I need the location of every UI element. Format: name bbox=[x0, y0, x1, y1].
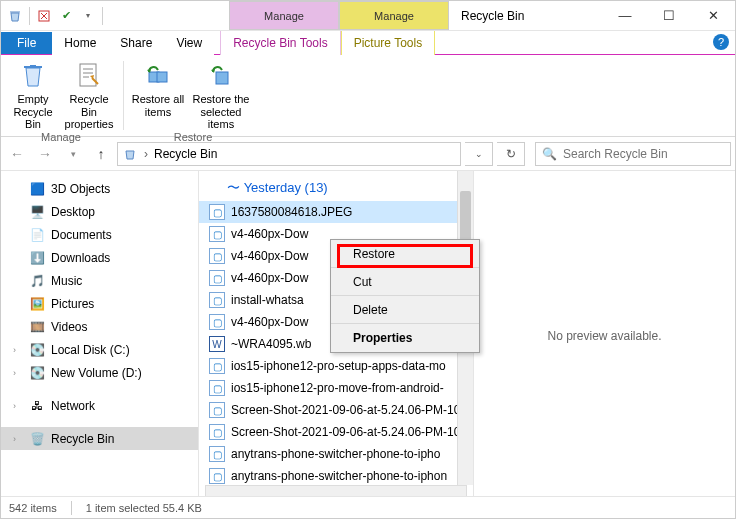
recycle-bin-breadcrumb-icon bbox=[122, 146, 138, 162]
preview-pane: No preview available. bbox=[474, 171, 735, 501]
close-button[interactable]: ✕ bbox=[691, 1, 735, 30]
restore-selected-items-button[interactable]: Restore the selected items bbox=[186, 57, 256, 131]
context-menu: Restore Cut Delete Properties bbox=[330, 239, 480, 353]
empty-recycle-bin-button[interactable]: Empty Recycle Bin bbox=[5, 57, 61, 131]
qat-check-icon[interactable]: ✔ bbox=[58, 8, 74, 24]
restore-all-icon bbox=[142, 59, 174, 91]
status-item-count: 542 items bbox=[9, 502, 57, 514]
window-title: Recycle Bin bbox=[449, 1, 603, 30]
tab-picture-tools[interactable]: Picture Tools bbox=[341, 31, 435, 55]
sidebar-item-desktop[interactable]: 🖥️Desktop bbox=[1, 200, 198, 223]
sidebar-item-3d-objects[interactable]: 🟦3D Objects bbox=[1, 177, 198, 200]
status-selected: 1 item selected 55.4 KB bbox=[86, 502, 202, 514]
breadcrumb-location[interactable]: Recycle Bin bbox=[154, 147, 217, 161]
address-bar[interactable]: › Recycle Bin bbox=[117, 142, 461, 166]
svg-rect-3 bbox=[157, 72, 167, 82]
context-menu-restore[interactable]: Restore bbox=[331, 240, 479, 268]
context-menu-properties[interactable]: Properties bbox=[331, 324, 479, 352]
svg-rect-1 bbox=[80, 64, 96, 86]
qat-dropdown-icon[interactable]: ▾ bbox=[80, 8, 96, 24]
maximize-button[interactable]: ☐ bbox=[647, 1, 691, 30]
sidebar-item-videos[interactable]: 🎞️Videos bbox=[1, 315, 198, 338]
sidebar-item-recycle-bin[interactable]: ›🗑️Recycle Bin bbox=[1, 427, 198, 450]
list-item[interactable]: ▢1637580084618.JPEG bbox=[199, 201, 473, 223]
context-menu-cut[interactable]: Cut bbox=[331, 268, 479, 296]
contextual-tab-recyclebin[interactable]: Manage bbox=[229, 1, 339, 30]
forward-button[interactable]: → bbox=[33, 142, 57, 166]
list-item[interactable]: ▢ios15-iphone12-pro-setup-apps-data-mo bbox=[199, 355, 473, 377]
tab-recyclebin-tools[interactable]: Recycle Bin Tools bbox=[220, 31, 341, 55]
sidebar-item-music[interactable]: 🎵Music bbox=[1, 269, 198, 292]
properties-icon bbox=[73, 59, 105, 91]
status-bar: 542 items 1 item selected 55.4 KB bbox=[1, 496, 735, 518]
properties-qat-icon[interactable] bbox=[36, 8, 52, 24]
minimize-button[interactable]: — bbox=[603, 1, 647, 30]
list-item[interactable]: ▢anytrans-phone-switcher-phone-to-iphon bbox=[199, 465, 473, 487]
empty-recycle-bin-icon bbox=[17, 59, 49, 91]
sidebar-item-network[interactable]: ›🖧Network bbox=[1, 394, 198, 417]
restore-all-items-button[interactable]: Restore all items bbox=[130, 57, 186, 131]
recycle-bin-icon bbox=[7, 8, 23, 24]
tab-view[interactable]: View bbox=[164, 31, 214, 55]
search-icon: 🔍 bbox=[542, 147, 557, 161]
refresh-button[interactable]: ↻ bbox=[497, 142, 525, 166]
up-button[interactable]: ↑ bbox=[89, 142, 113, 166]
sidebar-item-downloads[interactable]: ⬇️Downloads bbox=[1, 246, 198, 269]
recent-locations-dropdown[interactable]: ▾ bbox=[61, 142, 85, 166]
context-menu-delete[interactable]: Delete bbox=[331, 296, 479, 324]
list-item[interactable]: ▢Screen-Shot-2021-09-06-at-5.24.06-PM-10 bbox=[199, 399, 473, 421]
sidebar-item-pictures[interactable]: 🖼️Pictures bbox=[1, 292, 198, 315]
restore-selected-icon bbox=[205, 59, 237, 91]
list-item[interactable]: ▢Screen-Shot-2021-09-06-at-5.24.06-PM-10 bbox=[199, 421, 473, 443]
search-box[interactable]: 🔍 bbox=[535, 142, 731, 166]
recycle-bin-properties-button[interactable]: Recycle Bin properties bbox=[61, 57, 117, 131]
sidebar-item-documents[interactable]: 📄Documents bbox=[1, 223, 198, 246]
tab-share[interactable]: Share bbox=[108, 31, 164, 55]
list-item[interactable]: ▢anytrans-phone-switcher-phone-to-ipho bbox=[199, 443, 473, 465]
tab-file[interactable]: File bbox=[1, 32, 52, 54]
group-header-yesterday[interactable]: 〜 Yesterday (13) bbox=[199, 171, 473, 201]
address-dropdown-button[interactable]: ⌄ bbox=[465, 142, 493, 166]
help-icon[interactable]: ? bbox=[713, 34, 729, 50]
search-input[interactable] bbox=[563, 147, 724, 161]
tab-home[interactable]: Home bbox=[52, 31, 108, 55]
back-button[interactable]: ← bbox=[5, 142, 29, 166]
sidebar-item-new-volume-d[interactable]: ›💽New Volume (D:) bbox=[1, 361, 198, 384]
navigation-tree[interactable]: 🟦3D Objects 🖥️Desktop 📄Documents ⬇️Downl… bbox=[1, 171, 199, 501]
svg-rect-4 bbox=[216, 72, 228, 84]
contextual-tab-picture[interactable]: Manage bbox=[339, 1, 449, 30]
sidebar-item-local-disk-c[interactable]: ›💽Local Disk (C:) bbox=[1, 338, 198, 361]
list-item[interactable]: ▢ios15-iphone12-pro-move-from-android- bbox=[199, 377, 473, 399]
